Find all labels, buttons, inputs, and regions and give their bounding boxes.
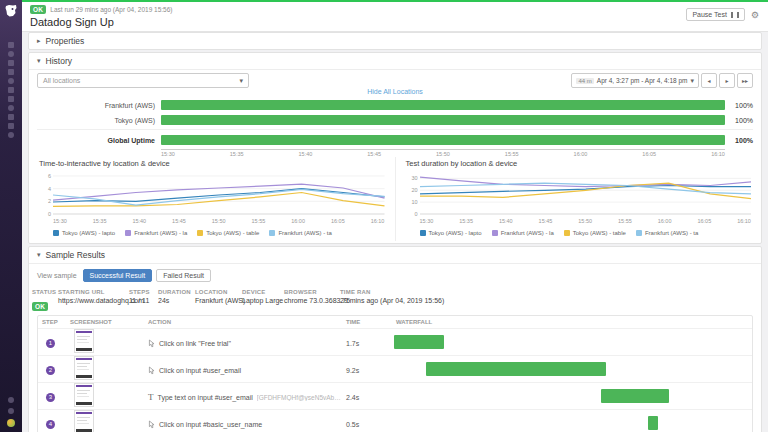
thumbnail-detail [77,396,89,397]
locations-select[interactable]: All locations ▾ [37,73,249,88]
chart-plot: 3020100 [420,173,752,217]
view-sample-label: View sample [37,272,77,279]
legend-item[interactable]: Frankfurt (AWS) - la [125,230,187,236]
history-header[interactable]: ▾ History [29,53,761,70]
history-title: History [46,56,72,66]
legend-item[interactable]: Tokyo (AWS) - table [197,230,259,236]
time-cell: 2.4s [342,394,392,401]
steps-table-header: STEPSCREENSHOTACTIONTIMEWATERFALL [38,316,752,329]
sidebar-item-watchdog-icon[interactable] [8,42,14,48]
click-icon [148,366,155,375]
tab-failed-result[interactable]: Failed Result [156,269,211,282]
step-row[interactable]: 1Click on link "Free trial"1.7s [38,329,752,356]
step-row[interactable]: 4Click on input #basic_user_name0.5s [38,410,752,432]
chart-legend: Tokyo (AWS) - laptoFrankfurt (AWS) - laT… [53,230,385,236]
screenshot-thumbnail[interactable] [74,329,94,353]
sidebar-user-icon[interactable] [8,408,14,414]
sidebar-item-infrastructure-icon[interactable] [8,69,14,75]
uptime-row: Frankfurt (AWS)100% [37,99,753,111]
timerange-picker[interactable]: 44 m Apr 4, 3:27 pm - Apr 4, 4:18 pm ▾ [571,73,699,88]
x-axis-tick-label: 15:30 [420,218,434,224]
sidebar-item-integrations-icon[interactable] [8,96,14,102]
chevron-down-icon: ▾ [690,77,694,85]
action-detail: [GFDHFMQHf@yseN5vAbqA.com] [257,394,342,401]
thumbnail-detail [77,366,87,367]
legend-item[interactable]: Tokyo (AWS) - table [564,230,626,236]
legend-label: Tokyo (AWS) - lapto [62,230,115,236]
sidebar-item-events-icon[interactable] [8,51,14,57]
steps-column-header: SCREENSHOT [66,319,144,325]
legend-item[interactable]: Frankfurt (AWS) - ta [636,230,698,236]
timerange-back-button[interactable]: ◂ [701,73,717,88]
page-header: OK Last run 29 mins ago (Apr 04, 2019 15… [22,2,768,32]
summary-field-value: Frankfurt (AWS) [195,297,245,304]
time-cell: 0.5s [342,421,392,428]
status-line: OK Last run 29 mins ago (Apr 04, 2019 15… [30,5,173,14]
sidebar-item-apm-icon[interactable] [8,105,14,111]
datadog-logo-icon[interactable] [3,3,19,19]
step-row[interactable]: 3TType text on input #user_email[GFDHFMQ… [38,383,752,410]
sidebar-item-synthetics-icon[interactable] [8,132,14,138]
step-row[interactable]: 2Click on input #user_email9.2s [38,356,752,383]
sidebar-item-dashboards-icon[interactable] [8,60,14,66]
legend-item[interactable]: Frankfurt (AWS) - la [492,230,554,236]
sidebar-item-notebooks-icon[interactable] [8,114,14,120]
uptime-section: Frankfurt (AWS)100%Tokyo (AWS)100% Globa… [37,99,753,157]
summary-field-value: Laptop Large [242,297,283,304]
timerange-controls: 44 m Apr 4, 3:27 pm - Apr 4, 4:18 pm ▾ ◂… [571,73,753,88]
sample-results-header[interactable]: ▾ Sample Results [29,247,761,264]
chart-panel-0: Time-to-interactive by location & device… [29,157,395,241]
action-cell: TType text on input #user_email[GFDHFMQH… [144,392,342,402]
sidebar-bottom [0,397,22,427]
sidebar-item-monitors-icon[interactable] [8,78,14,84]
sidebar-item-metrics-icon[interactable] [8,87,14,93]
legend-label: Frankfurt (AWS) - la [501,230,554,236]
x-axis-tick-label: 15:55 [252,218,266,224]
x-axis-tick-label: 15:40 [499,218,513,224]
x-axis-labels: 15:3015:3515:4015:4515:5015:5516:0016:05… [420,218,752,224]
legend-item[interactable]: Tokyo (AWS) - lapto [420,230,482,236]
pause-test-button[interactable]: Pause Test [686,8,745,21]
summary-field-label: DEVICE [242,289,283,295]
screenshot-thumbnail[interactable] [74,383,94,407]
hide-all-locations-link[interactable]: Hide All Locations [29,88,761,95]
y-axis-tick-label: 6 [39,173,51,179]
action-text: Click on input #basic_user_name [159,421,262,428]
gear-icon[interactable]: ⚙ [750,9,760,21]
thumbnail-detail [77,363,90,364]
x-axis-tick-label: 16:10 [737,218,751,224]
legend-item[interactable]: Frankfurt (AWS) - ta [269,230,331,236]
legend-item[interactable]: Tokyo (AWS) - lapto [53,230,115,236]
y-axis-tick-label: 0 [39,211,51,217]
time-cell: 1.7s [342,340,392,347]
summary-field-label: STATUS [32,289,56,295]
screenshot-thumbnail[interactable] [74,356,94,380]
x-axis-tick-label: 16:05 [331,218,345,224]
status-badge: OK [30,5,46,14]
y-axis-tick-label: 4 [39,186,51,192]
summary-field-value: 11 / 11 [129,297,150,304]
legend-swatch [564,230,570,236]
sidebar-item-logs-icon[interactable] [8,123,14,129]
chart-legend: Tokyo (AWS) - laptoFrankfurt (AWS) - laT… [420,230,752,236]
charts-row: Time-to-interactive by location & device… [29,157,761,241]
legend-swatch [53,230,59,236]
x-axis-tick-label: 15:35 [459,218,473,224]
step-number-cell: 4 [38,420,66,429]
x-axis-tick-label: 16:05 [697,218,711,224]
tab-successful-result[interactable]: Successful Result [83,269,153,282]
screenshot-thumbnail[interactable] [74,410,94,432]
x-axis-tick-label: 15:35 [93,218,107,224]
sidebar-nav [0,42,22,138]
timerange-play-button[interactable]: ▸ [719,73,735,88]
legend-label: Frankfurt (AWS) - ta [278,230,331,236]
timerange-forward-button[interactable]: ▸▸ [737,73,753,88]
thumbnail-detail [76,402,92,405]
step-number-badge: 3 [46,393,55,402]
header-actions: Pause Test ⚙ [686,8,760,21]
sidebar-help-icon[interactable] [8,397,14,403]
x-axis-tick-label: 15:55 [618,218,632,224]
sidebar-org-avatar-icon[interactable] [7,419,15,427]
properties-header[interactable]: ▸ Properties [29,33,761,49]
waterfall-cell [392,410,752,432]
